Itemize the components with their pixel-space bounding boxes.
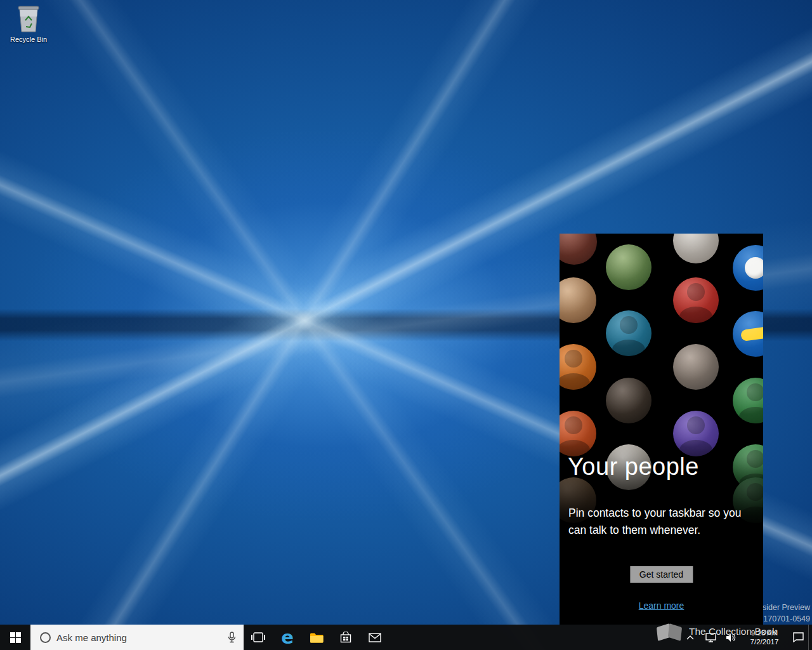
flyout-description: Pin contacts to your taskbar so you can … [568,505,754,539]
store-button[interactable] [331,625,360,650]
avatar-photo-maroon [560,234,597,265]
taskbar: e [0,625,812,650]
taskbar-clock[interactable]: 9:23 AM 7/2/2017 [741,625,788,650]
avatar-woman-green-photo [606,244,652,290]
action-center-button[interactable] [788,625,808,650]
get-started-button[interactable]: Get started [630,566,693,583]
watermark-line-2: e.170701-0549 [757,613,810,625]
network-button[interactable] [700,625,721,650]
avatar-elder-woman-red [673,277,719,323]
network-icon [705,633,716,642]
start-button[interactable] [0,625,30,650]
avatar-submarine [733,311,763,357]
store-bag-icon [340,632,351,643]
file-explorer-button[interactable] [302,625,331,650]
avatar-person-green [733,378,763,423]
mail-envelope-icon [369,633,381,642]
avatar-woman-dark-photo [606,378,652,423]
search-input[interactable] [56,632,220,643]
avatar-man-gray-photo [673,344,719,390]
recycle-bin-label: Recycle Bin [5,36,52,43]
avatar-man-orange [560,344,596,390]
volume-button[interactable] [721,625,741,650]
avatar-person-red-orange [560,411,596,456]
trash-can-icon [15,4,43,33]
action-center-icon [793,632,804,642]
folder-icon [310,632,324,643]
flyout-title: Your people [568,453,699,481]
mail-button[interactable] [360,625,390,650]
cortana-circle-icon [40,632,51,643]
insider-watermark: nsider Preview e.170701-0549 [757,602,810,625]
avatar-man-teal [606,310,652,356]
show-hidden-icons-button[interactable] [680,625,700,650]
windows-logo-icon [10,632,21,643]
speaker-icon [726,633,737,642]
watermark-line-1: nsider Preview [757,602,810,613]
avatar-baseball [733,245,763,291]
people-flyout: Your people Pin contacts to your taskbar… [560,234,763,625]
avatar-child-photo [560,277,596,323]
task-view-button[interactable] [244,625,273,650]
recycle-bin-icon[interactable]: Recycle Bin [5,4,52,43]
clock-date: 7/2/2017 [750,637,779,646]
clock-time: 9:23 AM [751,628,778,637]
microphone-icon[interactable] [228,632,236,643]
avatar-person-light-photo [673,234,719,263]
task-view-icon [251,632,265,642]
edge-browser-button[interactable]: e [273,625,302,650]
system-tray: 9:23 AM 7/2/2017 [680,625,812,650]
chevron-up-icon [686,635,694,640]
taskbar-app-icons: e [244,625,390,650]
learn-more-link[interactable]: Learn more [560,600,763,611]
cortana-search-box[interactable] [30,625,244,650]
edge-icon: e [281,628,294,647]
avatar-man-purple [673,411,719,456]
show-desktop-button[interactable] [808,625,812,650]
